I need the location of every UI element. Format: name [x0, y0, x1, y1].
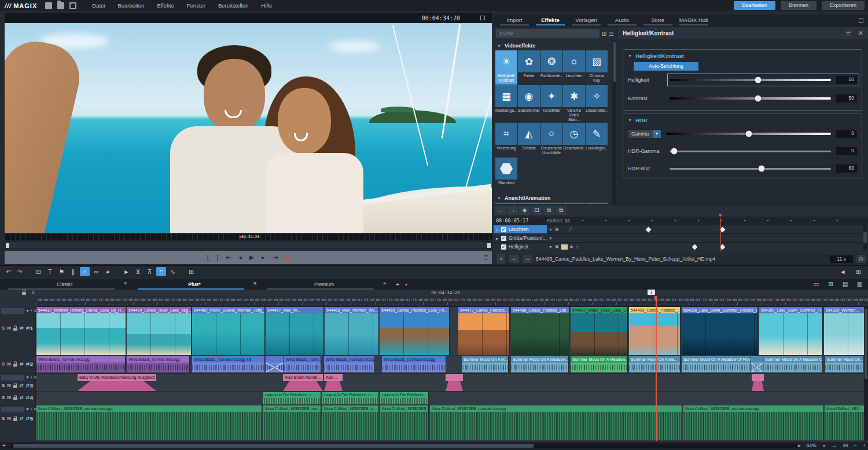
keyframe-lane[interactable]	[582, 225, 860, 233]
mute-button[interactable]: M	[7, 361, 11, 367]
preview-range-bar[interactable]	[5, 242, 492, 249]
search-input[interactable]: Suche	[496, 29, 599, 38]
close-tab-icon[interactable]: ✕	[382, 281, 387, 286]
track-5-header[interactable]: ▼ + ✕ SM⇄⇄ 5	[0, 405, 36, 441]
slider-handle[interactable]	[755, 96, 762, 102]
keyframe-playhead-icon[interactable]: ▼	[718, 213, 723, 218]
close-tab-icon[interactable]: ✕	[123, 281, 127, 286]
kf-delete-button[interactable]: ⊟	[531, 206, 542, 215]
auto-exposure-button[interactable]: Auto-Belichtung	[634, 62, 698, 71]
object-mode-button[interactable]: ≡	[156, 267, 166, 276]
kf-prev-button[interactable]: ←	[495, 206, 506, 215]
checkbox-icon[interactable]: ✓	[501, 236, 506, 241]
lock-icon[interactable]	[13, 364, 17, 367]
effect-tile-standard[interactable]: Standard	[495, 158, 517, 192]
track-3-lane[interactable]: Baby Kruffy Randbeschneidung-Ausgleich..…	[36, 374, 868, 392]
collapse-arrow-icon[interactable]: ▼	[628, 118, 632, 122]
mute-button[interactable]: M	[7, 395, 11, 400]
expand-icon[interactable]: ▶	[496, 236, 499, 240]
marker-button[interactable]: ⚑	[57, 267, 67, 276]
collapse-arrow-icon[interactable]: ▼	[497, 196, 501, 200]
toolbar-button[interactable]	[29, 268, 30, 276]
track-grid-icon[interactable]: ⊞	[854, 267, 863, 276]
keyframe-track-helligkeit[interactable]: ▶✓Helligkeit	[494, 243, 547, 251]
audio-clip[interactable]: Ibiza Chillout_983823EB_normal.mxcogg	[430, 405, 682, 440]
effect-tile-geschwindigkeit[interactable]: ◷ Geschwind...	[563, 123, 585, 157]
kf-add-button[interactable]: ◈	[519, 206, 530, 215]
chevron-down-icon[interactable]: ▼	[25, 407, 30, 412]
keyframe-scrollbar[interactable]	[863, 225, 867, 251]
zoom-level[interactable]: 64%	[807, 442, 816, 448]
preview-volume-icon[interactable]: ≣	[483, 254, 488, 261]
track-name-box[interactable]	[1, 375, 24, 381]
video-clip[interactable]: 544424_Canoe_River_Lake_Veg...	[127, 307, 192, 355]
range-handle-right[interactable]	[487, 243, 491, 248]
toolbar-button[interactable]	[117, 268, 117, 276]
effect-tile-schaerfe[interactable]: ◭ Schärfe	[518, 123, 540, 157]
audio-clip[interactable]: Ibiza Chillout_983823EB_n...	[322, 405, 379, 440]
media-pool-tab[interactable]: Effekte	[532, 14, 568, 27]
video-preview[interactable]	[5, 23, 492, 233]
menu-item[interactable]: Bearbeiten	[111, 0, 150, 11]
arrangement-dropdown-icon[interactable]: ▼	[404, 283, 408, 287]
next-object-icon[interactable]: →	[523, 255, 532, 263]
scrollbar-thumb[interactable]	[13, 444, 534, 448]
effect-tile-chroma-key[interactable]: ▨ Chroma Key	[586, 50, 608, 85]
effect-tile-farbe[interactable]: ✿ Farbe	[518, 50, 540, 85]
transition-icon[interactable]: ⇄	[20, 383, 24, 388]
hdr-gamma-slider[interactable]	[670, 151, 831, 152]
slider-value[interactable]: 50	[836, 76, 857, 84]
add-icon[interactable]: +	[30, 375, 32, 381]
zoom-out-icon[interactable]: −	[854, 442, 856, 448]
audio-clip[interactable]: Laguna In The Rainforest_n...	[263, 392, 321, 404]
timeline-playhead-icon[interactable]: ▼	[652, 295, 659, 301]
effect-tile-helligkeit-kontrast[interactable]: ☀ Helligkeit/ Kontrast	[495, 50, 517, 85]
audio-clip[interactable]: Wind Blasts_normal.mxcogg	[382, 356, 446, 372]
timeline-ruler[interactable]: 00:00:00:0000:00:05:0000:00:10:0000:00:1…	[36, 296, 868, 307]
audio-clip[interactable]: Wind Blasts_normal.mxcogg TS	[192, 356, 265, 372]
slider-value[interactable]: 0	[836, 130, 857, 138]
contrast-slider[interactable]	[670, 97, 831, 100]
horizontal-scrollbar[interactable]	[10, 444, 797, 448]
video-clip[interactable]: 564286_Lake_Swim_Summer_Friends_B	[682, 307, 758, 355]
media-pool-tab[interactable]: Store	[640, 14, 676, 27]
audio-clip[interactable]: Summer Mood On A Meadow Of...	[763, 356, 822, 372]
chevron-down-icon[interactable]: ▼	[549, 245, 553, 249]
linear-curve-icon[interactable]: ╱	[569, 227, 572, 232]
audio-clip[interactable]: Summer Mood On A Me...	[629, 356, 681, 372]
slider-handle[interactable]	[759, 166, 765, 172]
effect-tile-leuchten[interactable]: ☼ Leuchten	[563, 50, 585, 85]
solo-button[interactable]: S	[2, 416, 5, 421]
slider-handle[interactable]	[671, 148, 678, 155]
ungroup-button[interactable]: ≠	[103, 267, 113, 276]
audio-clip[interactable]: Laguna In The Rainfores...	[380, 392, 429, 404]
undo-button[interactable]: ↶	[3, 267, 13, 276]
prev-frame-button[interactable]: ◂	[238, 254, 242, 261]
open-project-icon[interactable]	[57, 2, 64, 9]
title-clip[interactable]: Alex ...	[324, 374, 343, 391]
keyframe-diamond[interactable]	[646, 227, 652, 233]
grid-view-icon[interactable]: ⊞	[602, 31, 606, 37]
menu-item[interactable]: Effekte	[150, 0, 180, 11]
range-out-button[interactable]: ]	[216, 254, 218, 261]
audio-clip[interactable]: Ibiza Chillout_983823EB_normal...	[380, 405, 429, 440]
visibility-icon[interactable]: ◉	[570, 244, 573, 249]
transition-icon[interactable]: ⇄	[20, 361, 24, 367]
video-clip[interactable]: 564289_Lake_Swim_Summer_Fr...	[759, 307, 823, 355]
transition-icon[interactable]: ⇄	[20, 325, 24, 331]
audio-clip[interactable]: Ibiza Chillout_983823EB_normal.mxcogg	[683, 405, 824, 440]
hdr-blur-slider[interactable]	[670, 168, 831, 170]
transition-icon[interactable]: ⇄	[20, 395, 24, 400]
keyframe-box-icon[interactable]: ▣	[555, 227, 559, 232]
fit-width-icon[interactable]: ↔	[832, 442, 837, 448]
list-layout-icon[interactable]: ▤	[840, 280, 850, 289]
add-arrangement-icon[interactable]: +	[396, 281, 399, 288]
new-project-icon[interactable]	[45, 2, 52, 9]
mode-bearbeiten-button[interactable]: Bearbeiten	[734, 1, 775, 10]
next-frame-button[interactable]: ▸	[262, 254, 265, 261]
effect-tile-lookabgleich[interactable]: ✎ Lookabglei...	[586, 123, 608, 157]
mouse-mode-button[interactable]: ►	[122, 267, 131, 276]
title-clip[interactable]: Alex Brush Randb...	[283, 374, 323, 391]
expand-icon[interactable]: ▶	[496, 228, 499, 232]
audio-clip[interactable]: Summer Mood On A M...	[462, 356, 509, 372]
